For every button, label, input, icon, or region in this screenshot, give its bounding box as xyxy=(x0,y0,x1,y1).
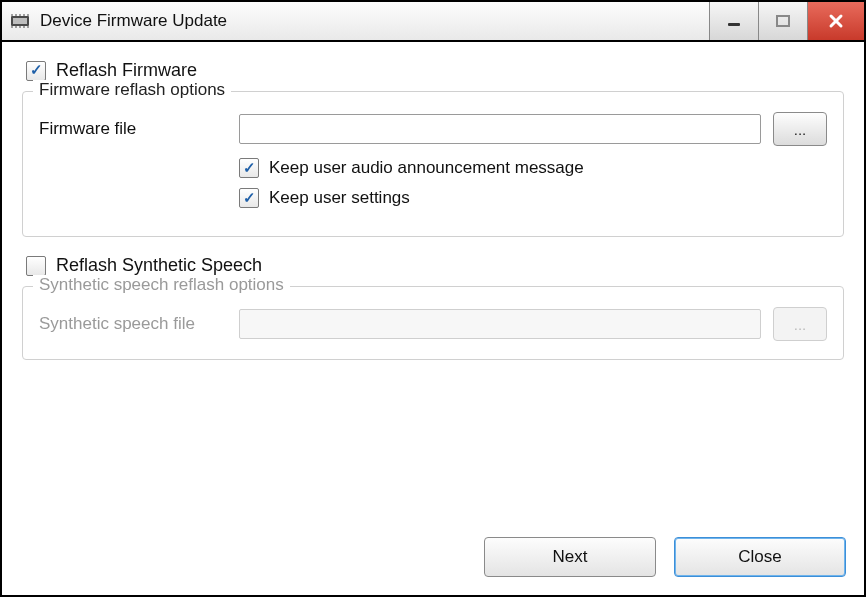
device-chip-icon xyxy=(8,10,32,32)
minimize-button[interactable] xyxy=(709,2,758,40)
close-dialog-button[interactable]: Close xyxy=(674,537,846,577)
next-button[interactable]: Next xyxy=(484,537,656,577)
firmware-sub-options: Keep user audio announcement message Kee… xyxy=(239,158,827,208)
svg-rect-1 xyxy=(13,18,27,24)
firmware-options-group: Firmware reflash options Firmware file .… xyxy=(22,91,844,237)
speech-options-group: Synthetic speech reflash options Synthet… xyxy=(22,286,844,360)
reflash-speech-checkbox[interactable]: Reflash Synthetic Speech xyxy=(26,255,846,276)
reflash-firmware-checkbox[interactable]: Reflash Firmware xyxy=(26,60,846,81)
keep-settings-checkbox[interactable]: Keep user settings xyxy=(239,188,827,208)
firmware-options-legend: Firmware reflash options xyxy=(33,80,231,100)
maximize-button[interactable] xyxy=(758,2,807,40)
browse-button-label: ... xyxy=(794,121,807,138)
client-area: Reflash Firmware Firmware reflash option… xyxy=(2,42,864,595)
firmware-file-row: Firmware file ... xyxy=(39,112,827,146)
checkbox-icon xyxy=(26,256,46,276)
next-button-label: Next xyxy=(553,547,588,567)
keep-audio-checkbox[interactable]: Keep user audio announcement message xyxy=(239,158,827,178)
window: Device Firmware Update xyxy=(0,0,866,597)
browse-button-label: ... xyxy=(794,316,807,333)
checkbox-icon xyxy=(26,61,46,81)
window-controls xyxy=(709,2,864,40)
speech-file-label: Synthetic speech file xyxy=(39,314,239,334)
close-button[interactable] xyxy=(807,2,864,40)
keep-audio-label: Keep user audio announcement message xyxy=(269,158,584,178)
reflash-speech-label: Reflash Synthetic Speech xyxy=(56,255,262,276)
speech-browse-button: ... xyxy=(773,307,827,341)
speech-file-row: Synthetic speech file ... xyxy=(39,307,827,341)
keep-settings-label: Keep user settings xyxy=(269,188,410,208)
svg-rect-12 xyxy=(728,23,740,26)
firmware-file-input[interactable] xyxy=(239,114,761,144)
dialog-footer: Next Close xyxy=(20,527,846,577)
firmware-file-label: Firmware file xyxy=(39,119,239,139)
titlebar: Device Firmware Update xyxy=(2,2,864,42)
reflash-firmware-label: Reflash Firmware xyxy=(56,60,197,81)
window-title: Device Firmware Update xyxy=(40,11,709,31)
close-button-label: Close xyxy=(738,547,781,567)
speech-file-input xyxy=(239,309,761,339)
checkbox-icon xyxy=(239,158,259,178)
checkbox-icon xyxy=(239,188,259,208)
firmware-browse-button[interactable]: ... xyxy=(773,112,827,146)
svg-rect-13 xyxy=(777,16,789,26)
speech-options-legend: Synthetic speech reflash options xyxy=(33,275,290,295)
